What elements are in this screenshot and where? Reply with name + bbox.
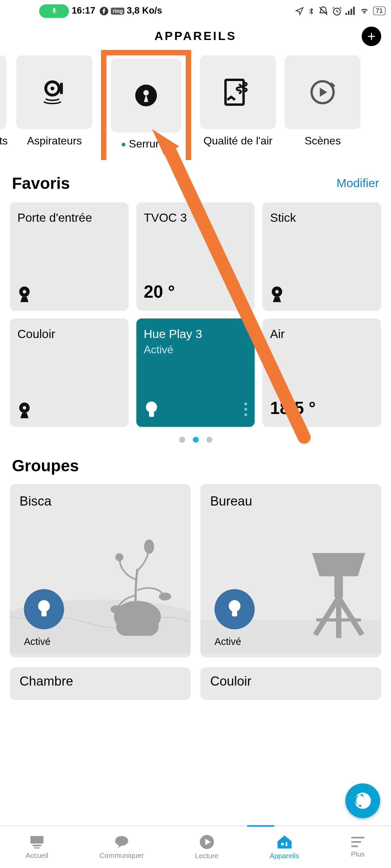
svg-point-26 <box>111 606 121 613</box>
svg-point-16 <box>275 290 279 293</box>
svg-rect-4 <box>350 9 352 15</box>
bottom-nav: Accueil Communiquer Lecture Appareils Pl… <box>0 826 391 868</box>
svg-rect-28 <box>41 611 46 616</box>
play-icon <box>199 834 215 850</box>
ring-icon: ring <box>111 7 125 15</box>
signal-icon <box>345 6 355 15</box>
add-device-button[interactable] <box>362 26 381 46</box>
category-air-quality[interactable]: Qualité de l'air <box>200 55 276 155</box>
edit-favorites-link[interactable]: Modifier <box>337 176 379 191</box>
scenes-icon <box>308 78 337 107</box>
app-header: APPAREILS <box>0 22 391 49</box>
nav-devices[interactable]: Appareils <box>269 834 299 860</box>
nav-active-indicator <box>247 825 274 827</box>
group-light-toggle[interactable] <box>215 589 255 629</box>
bluetooth-icon <box>307 6 315 16</box>
svg-rect-39 <box>285 842 287 846</box>
svg-point-18 <box>23 406 26 410</box>
svg-rect-34 <box>33 845 41 846</box>
favorite-air[interactable]: Air 18.5 ° <box>262 318 381 427</box>
svg-point-25 <box>145 540 153 553</box>
svg-point-7 <box>51 86 54 90</box>
devices-icon <box>276 834 293 850</box>
svg-rect-35 <box>34 847 40 848</box>
bulb-icon <box>226 599 243 619</box>
location-icon <box>295 6 304 15</box>
group-couloir[interactable]: Couloir <box>200 667 381 700</box>
nav-more[interactable]: Plus <box>350 836 366 859</box>
svg-point-24 <box>160 593 170 600</box>
svg-rect-30 <box>334 576 343 598</box>
more-icon[interactable] <box>245 402 247 416</box>
favorite-porte-entree[interactable]: Porte d'entrée <box>10 202 129 311</box>
vacuum-icon <box>39 77 70 107</box>
category-scenes[interactable]: Scènes <box>285 55 361 155</box>
category-scroller[interactable]: stats Aspirateurs Serrures <box>0 49 391 160</box>
mic-indicator <box>39 4 69 18</box>
svg-point-14 <box>23 290 26 293</box>
lamp-decor-icon <box>200 484 381 654</box>
chat-icon <box>114 835 129 849</box>
svg-point-23 <box>116 554 123 560</box>
category-thermostats[interactable]: stats <box>0 55 8 155</box>
nav-home[interactable]: Accueil <box>25 835 48 859</box>
svg-point-19 <box>146 401 157 413</box>
favorites-pager[interactable] <box>0 430 391 447</box>
groups-grid: Bisca Activé Bureau <box>0 479 391 704</box>
favorites-title: Favoris <box>12 174 70 193</box>
groups-header: Groupes <box>0 447 391 479</box>
favorite-hue-play-3[interactable]: Hue Play 3 Activé <box>136 318 255 427</box>
battery-indicator: 71 <box>373 6 386 15</box>
camera-icon <box>17 402 32 419</box>
nav-play[interactable]: Lecture <box>195 834 218 860</box>
category-locks-highlighted[interactable]: Serrures <box>101 50 191 160</box>
alexa-fab[interactable] <box>346 783 380 818</box>
group-chambre[interactable]: Chambre <box>10 667 191 700</box>
bulb-icon <box>36 599 52 619</box>
groups-title: Groupes <box>12 457 79 475</box>
home-icon <box>29 835 44 849</box>
wifi-icon <box>359 6 370 15</box>
svg-point-31 <box>229 600 241 612</box>
svg-point-38 <box>281 843 283 846</box>
svg-rect-2 <box>345 13 347 15</box>
svg-rect-22 <box>116 617 159 636</box>
lock-icon <box>133 82 159 108</box>
favorite-couloir[interactable]: Couloir <box>10 318 129 427</box>
svg-rect-5 <box>353 7 355 15</box>
bulb-icon <box>144 401 159 419</box>
facebook-icon <box>100 6 109 15</box>
svg-rect-8 <box>60 83 63 94</box>
vibrate-icon <box>318 6 328 16</box>
svg-rect-3 <box>348 11 350 15</box>
clock: 16:17 <box>72 5 95 16</box>
alexa-icon <box>353 791 373 811</box>
status-bar: 16:17 ring 3,8 Ko/s 71 <box>0 0 391 22</box>
nav-communicate[interactable]: Communiquer <box>99 835 144 859</box>
group-light-toggle[interactable] <box>24 589 64 629</box>
camera-icon <box>17 286 32 303</box>
svg-point-36 <box>115 836 128 846</box>
svg-rect-32 <box>232 611 237 616</box>
svg-point-27 <box>38 600 50 612</box>
page-title: APPAREILS <box>154 29 237 43</box>
group-bureau[interactable]: Bureau Activé <box>200 484 381 657</box>
menu-icon <box>350 836 366 848</box>
alarm-icon <box>332 6 342 16</box>
favorite-stick[interactable]: Stick <box>262 202 381 311</box>
camera-icon <box>270 286 284 303</box>
favorites-grid: Porte d'entrée TVOC 3 20 ° Stick Couloir… <box>0 197 391 430</box>
svg-rect-20 <box>149 412 154 417</box>
group-bisca[interactable]: Bisca Activé <box>10 484 191 657</box>
air-quality-icon <box>223 77 253 107</box>
favorites-header: Favoris Modifier <box>0 160 391 197</box>
plant-decor-icon <box>10 484 191 654</box>
favorite-tvoc3[interactable]: TVOC 3 20 ° <box>136 202 255 311</box>
net-speed: 3,8 Ko/s <box>127 5 162 16</box>
category-vacuums[interactable]: Aspirateurs <box>16 55 92 155</box>
